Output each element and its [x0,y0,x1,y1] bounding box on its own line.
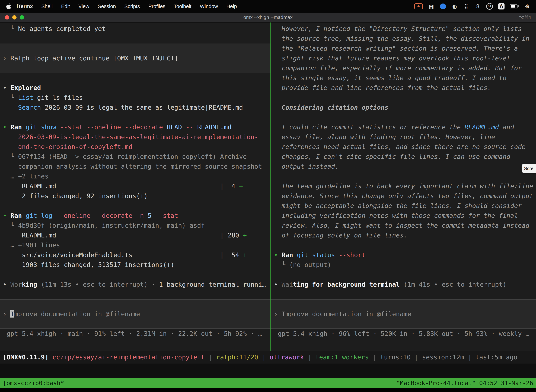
text-segment: README.md [464,123,499,131]
traffic-lights [0,15,24,19]
text-segment: I could cite commit statistics or refere… [274,123,464,131]
right-prompt-input[interactable]: › Improve documentation in @filename [271,299,536,329]
text-segment: README.md | 280 [3,232,243,239]
fan-icon[interactable]: ❋ [524,3,530,10]
text-segment: The team guideline is to back every impo… [274,182,533,190]
battery-icon[interactable] [510,3,519,10]
input-source-icon[interactable]: A [498,3,505,9]
text-segment: ting for background terminal [293,281,400,288]
text-segment: output instead. [274,163,339,170]
text-segment: session:12m [422,354,464,361]
terminal-line [271,289,536,299]
keyboard-grid-icon[interactable]: ⣿ [463,3,469,10]
text-segment: changes, I can't cite specific file line… [274,153,510,160]
stat-8-icon[interactable]: 8 [475,3,481,10]
minimize-button[interactable] [12,15,17,19]
text-segment: ultrawork [270,354,304,361]
left-pane[interactable]: └ No agents completed yet › Ralph loop a… [0,23,270,351]
text-segment: Considering citation options [274,104,388,111]
apple-menu[interactable] [4,4,14,9]
screen-share-popup[interactable]: Scre [522,164,536,173]
terminal-line: output instead. [271,162,536,171]
text-segment: › [3,310,10,317]
text-segment: the source tree, missing the essay. Stil… [274,35,529,42]
menu-item-profiles[interactable]: Profiles [144,4,170,9]
terminal-line: • Waiting for background terminal (1m 41… [271,280,536,289]
terminal-line: › Improve documentation in @filename [0,309,270,319]
text-segment: Ran [282,251,297,258]
text-segment: └ 4b9d30f (origin/main, instructkr/main,… [3,222,205,229]
dark-app-icon[interactable]: ◐ [451,3,458,10]
menu-item-toolbelt[interactable]: Toolbelt [170,4,196,9]
text-segment: and-the-erosion-of-copyleft.md [3,143,132,150]
terminal-line [271,93,536,103]
blue-app-icon[interactable] [440,4,446,9]
text-segment: • [3,281,10,288]
text-segment: 5 [148,212,155,219]
text-segment: 2026-03-09-is-legal-the-same-as-legitima… [45,104,243,111]
window-grid-icon[interactable]: ▦ [428,3,435,10]
terminal-line [0,73,270,83]
zoom-button[interactable] [20,15,24,19]
terminal-line: └ No agents completed yet [0,24,270,34]
close-button[interactable] [5,15,9,19]
window-title: omx --xhigh --madmax [0,14,536,20]
terminal-line: 2026-03-09-is-legal-the-same-as-legitima… [0,132,270,142]
text-segment: • [3,84,10,91]
text-segment: the "Related research writing" section i… [274,45,518,52]
text-segment: gpt-5.4 xhigh · main · 91% left · 2.31M … [3,330,262,337]
menu-item-window[interactable]: Window [196,4,222,9]
terminal-line [0,34,270,44]
battery-cap [518,5,519,7]
terminal-line: including verification notes with those … [271,211,536,221]
text-segment: git log [26,212,56,219]
menu-item-edit[interactable]: Edit [57,4,74,9]
text-segment: companion file, especially if more comme… [274,65,522,72]
ralph-loop-banner-lines: › Ralph loop active continue [OMX_TMUX_I… [0,53,270,63]
left-prompt-input[interactable]: › Improve documentation in @filename [0,299,270,329]
text-segment: └ 067f154 (HEAD -> essay/ai-reimplementa… [3,153,247,160]
text-segment: (1m 41s • esc to interrupt) [400,281,507,288]
menu-item-shell[interactable]: Shell [37,4,57,9]
text-segment: + [239,182,243,190]
omx-status-bar: [OMX#0.11.9] cczip/essay/ai-reimplementa… [0,351,536,364]
left-pane-status: gpt-5.4 xhigh · main · 91% left · 2.31M … [0,329,270,339]
right-pane-body: However, I noticed the "Directory Struct… [271,24,536,299]
text-segment: README.md [197,123,231,131]
screen-recording-indicator[interactable] [414,3,423,9]
text-segment: └ (no output) [274,261,331,268]
text-segment: 1 background terminal runni… [159,281,266,288]
menu-item-view[interactable]: View [74,4,93,9]
text-segment: provide file and line references from th… [274,84,491,91]
text-segment: slight risk that future readers may over… [274,55,510,62]
text-segment: Explored [10,84,41,91]
terminal-line [271,171,536,181]
text-segment: 1903 files changed, 513517 insertions(+) [3,261,174,268]
menu-item-iterm2[interactable]: iTerm2 [14,4,37,9]
terminal-line: └ List git ls-files [0,93,270,103]
terminal-line: • Ran git show --stat --oneline --decora… [0,122,270,132]
terminal-line: • Explored [0,83,270,93]
window-title-bar[interactable]: omx --xhigh --madmax ⌥⌘1 [0,13,536,23]
terminal-line: and-the-erosion-of-copyleft.md [0,142,270,152]
text-segment: essay file, along with finding root file… [274,133,495,140]
text-segment: --stat --oneline --decorate [60,123,167,131]
terminal-line: Considering citation options [271,103,536,112]
text-segment: gpt-5.4 xhigh · 96% left · 520K in · 5.8… [274,330,529,337]
right-pane[interactable]: However, I noticed the "Directory Struct… [271,23,536,351]
text-segment: • [274,251,282,258]
text-segment: ralph:11/20 [216,354,258,361]
terminal-line: › Ralph loop active continue [OMX_TMUX_I… [0,53,270,63]
menu-item-help[interactable]: Help [222,4,241,9]
terminal-line: README.md | 4 + [0,181,270,191]
text-segment: | [258,354,270,361]
gauge-61-icon[interactable]: 61 [486,3,493,10]
text-segment: + [243,232,247,239]
menu-item-scripts[interactable]: Scripts [120,4,144,9]
terminal-line: changes, I can't cite specific file line… [271,152,536,162]
terminal-line [271,240,536,250]
battery-body [510,4,517,9]
text-segment: I [10,310,14,317]
menu-item-session[interactable]: Session [94,4,120,9]
window-shortcut-badge: ⌥⌘1 [519,15,536,20]
